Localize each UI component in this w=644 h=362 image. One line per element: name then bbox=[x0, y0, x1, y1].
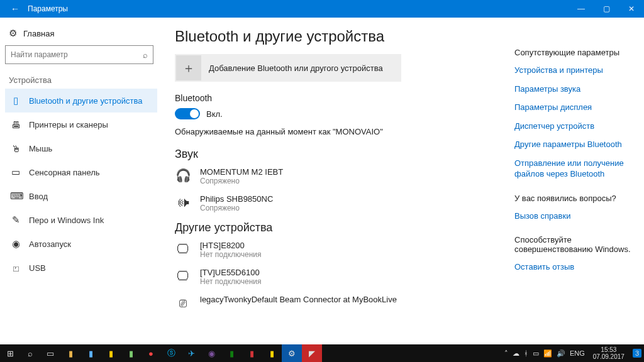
taskbar-app[interactable]: ● bbox=[141, 344, 161, 362]
headset-icon: 🎧 bbox=[175, 167, 191, 184]
clock-time: 15:53 bbox=[593, 346, 625, 353]
page-title: Bluetooth и другие устройства bbox=[175, 28, 504, 45]
device-name: legacyTwonkyDefault Beam Connector at My… bbox=[200, 295, 397, 304]
clock-date: 07.09.2017 bbox=[593, 353, 625, 360]
tray-volume-icon[interactable]: 🔊 bbox=[557, 349, 565, 358]
taskbar-app-settings[interactable]: ⚙ bbox=[282, 344, 302, 362]
bluetooth-toggle[interactable] bbox=[175, 108, 200, 119]
monitor-icon: 🖵 bbox=[175, 241, 191, 257]
link-bt-file-transfer[interactable]: Отправление или получение файлов через B… bbox=[514, 158, 635, 180]
device-name: [TV]UE55D6100 bbox=[200, 268, 262, 277]
discoverable-text: Обнаруживаемые на данный момент как "MON… bbox=[175, 127, 504, 136]
section-bluetooth: Bluetooth bbox=[175, 93, 504, 103]
add-device-label: Добавление Bluetooth или другого устройс… bbox=[203, 63, 383, 73]
close-button[interactable]: ✕ bbox=[619, 4, 644, 13]
link-device-manager[interactable]: Диспетчер устройств bbox=[514, 121, 635, 132]
device-name: [HTS]E8200 bbox=[200, 241, 262, 250]
sidebar-item-label: USB bbox=[29, 263, 46, 273]
link-devices-printers[interactable]: Устройства и принтеры bbox=[514, 65, 635, 76]
taskbar-app[interactable]: ▮ bbox=[101, 344, 121, 362]
taskbar-app[interactable]: ▮ bbox=[60, 344, 80, 362]
right-panel: Сопутствующие параметры Устройства и при… bbox=[512, 18, 644, 344]
section-other: Другие устройства bbox=[175, 221, 504, 234]
device-name: Philips SHB9850NC bbox=[200, 194, 273, 204]
sidebar-item-typing[interactable]: ⌨ Ввод bbox=[5, 184, 157, 208]
sidebar-item-label: Автозапуск bbox=[29, 239, 71, 249]
link-more-bluetooth[interactable]: Другие параметры Bluetooth bbox=[514, 139, 635, 150]
device-item[interactable]: 🖵 [TV]UE55D6100 Нет подключения bbox=[175, 268, 504, 286]
device-item[interactable]: 🕪 Philips SHB9850NC Сопряжено bbox=[175, 194, 504, 212]
sidebar-item-label: Мышь bbox=[29, 144, 52, 153]
section-audio: Звук bbox=[175, 148, 504, 161]
taskbar-app[interactable]: ▮ bbox=[242, 344, 262, 362]
tray-wifi-icon[interactable]: 📶 bbox=[543, 349, 552, 358]
link-display-settings[interactable]: Параметры дисплея bbox=[514, 102, 635, 113]
tray-language[interactable]: ENG bbox=[570, 349, 585, 357]
device-status: Нет подключения bbox=[200, 277, 262, 286]
start-button[interactable]: ⊞ bbox=[0, 344, 20, 362]
home-label: Главная bbox=[23, 29, 54, 38]
taskbar-app[interactable]: ▮ bbox=[262, 344, 282, 362]
minimize-button[interactable]: — bbox=[569, 4, 594, 13]
usb-icon: ⏍ bbox=[10, 263, 21, 273]
window-title: Параметры bbox=[24, 4, 68, 13]
sidebar-item-mouse[interactable]: 🖱 Мышь bbox=[5, 136, 157, 160]
sidebar-item-label: Принтеры и сканеры bbox=[29, 120, 108, 129]
sidebar-item-bluetooth[interactable]: ▯ Bluetooth и другие устройства bbox=[5, 89, 157, 112]
help-heading: У вас появились вопросы? bbox=[514, 194, 635, 203]
home-button[interactable]: ⚙ Главная bbox=[5, 24, 157, 45]
tray-clock[interactable]: 15:53 07.09.2017 bbox=[589, 346, 628, 360]
keyboard-icon: ⌨ bbox=[10, 190, 21, 202]
sidebar-item-label: Сенсорная панель bbox=[29, 168, 100, 177]
mouse-icon: 🖱 bbox=[10, 143, 21, 154]
nav-category: Устройства bbox=[5, 73, 157, 89]
toggle-label: Вкл. bbox=[206, 109, 223, 119]
search-input[interactable]: ⌕ bbox=[5, 45, 153, 64]
maximize-button[interactable]: ▢ bbox=[594, 4, 619, 13]
taskbar: ⊞ ⌕ ▭ ▮ ▮ ▮ ▮ ● ⓢ ✈ ◉ ▮ ▮ ▮ ⚙ ◤ ˄ ☁ ᚼ ▭ … bbox=[0, 344, 644, 362]
pen-icon: ✎ bbox=[10, 214, 21, 226]
device-status: Сопряжено bbox=[200, 177, 283, 185]
link-feedback[interactable]: Оставить отзыв bbox=[514, 261, 635, 273]
device-status: Нет подключения bbox=[200, 250, 262, 259]
taskbar-app[interactable]: ◉ bbox=[201, 344, 221, 362]
link-sound-settings[interactable]: Параметры звука bbox=[514, 84, 635, 95]
touchpad-icon: ▭ bbox=[10, 167, 21, 178]
sidebar-item-label: Bluetooth и другие устройства bbox=[29, 96, 142, 106]
main-content: Bluetooth и другие устройства ＋ Добавлен… bbox=[162, 18, 512, 344]
bluetooth-icon: ▯ bbox=[10, 95, 21, 106]
sidebar-item-usb[interactable]: ⏍ USB bbox=[5, 256, 157, 280]
search-button[interactable]: ⌕ bbox=[20, 344, 40, 362]
plus-icon: ＋ bbox=[176, 55, 201, 80]
autoplay-icon: ◉ bbox=[10, 238, 21, 250]
taskbar-app[interactable]: ✈ bbox=[181, 344, 201, 362]
device-item[interactable]: ⎚ legacyTwonkyDefault Beam Connector at … bbox=[175, 295, 504, 311]
monitor-icon: 🖵 bbox=[175, 268, 191, 284]
tray-chevron-icon[interactable]: ˄ bbox=[504, 349, 508, 358]
taskbar-app[interactable]: ▮ bbox=[121, 344, 141, 362]
device-item[interactable]: 🎧 MOMENTUM M2 IEBT Сопряжено bbox=[175, 167, 504, 185]
sidebar-item-printers[interactable]: 🖶 Принтеры и сканеры bbox=[5, 112, 157, 136]
taskview-button[interactable]: ▭ bbox=[40, 344, 60, 362]
speaker-icon: 🕪 bbox=[175, 194, 191, 211]
taskbar-app[interactable]: ⓢ bbox=[161, 344, 181, 362]
search-field[interactable] bbox=[11, 50, 143, 59]
notification-center[interactable]: 3 bbox=[633, 349, 641, 358]
taskbar-app[interactable]: ▮ bbox=[80, 344, 101, 362]
add-device-button[interactable]: ＋ Добавление Bluetooth или другого устро… bbox=[175, 54, 401, 82]
titlebar: ← Параметры — ▢ ✕ bbox=[0, 0, 644, 18]
gear-icon: ⚙ bbox=[9, 28, 17, 39]
link-get-help[interactable]: Вызов справки bbox=[514, 211, 635, 222]
sidebar-item-pen[interactable]: ✎ Перо и Windows Ink bbox=[5, 208, 157, 232]
tray-bluetooth-icon[interactable]: ᚼ bbox=[524, 349, 528, 357]
tray-cloud-icon[interactable]: ☁ bbox=[513, 349, 519, 358]
sidebar-item-touchpad[interactable]: ▭ Сенсорная панель bbox=[5, 160, 157, 184]
taskbar-app[interactable]: ◤ bbox=[302, 344, 322, 362]
back-button[interactable]: ← bbox=[6, 4, 24, 14]
system-tray: ˄ ☁ ᚼ ▭ 📶 🔊 ENG 15:53 07.09.2017 3 bbox=[504, 346, 644, 360]
device-item[interactable]: 🖵 [HTS]E8200 Нет подключения bbox=[175, 241, 504, 259]
taskbar-app[interactable]: ▮ bbox=[221, 344, 242, 362]
sidebar-item-autoplay[interactable]: ◉ Автозапуск bbox=[5, 232, 157, 256]
tray-battery-icon[interactable]: ▭ bbox=[533, 349, 539, 358]
improve-heading: Способствуйте совершенствованию Windows. bbox=[514, 235, 635, 254]
